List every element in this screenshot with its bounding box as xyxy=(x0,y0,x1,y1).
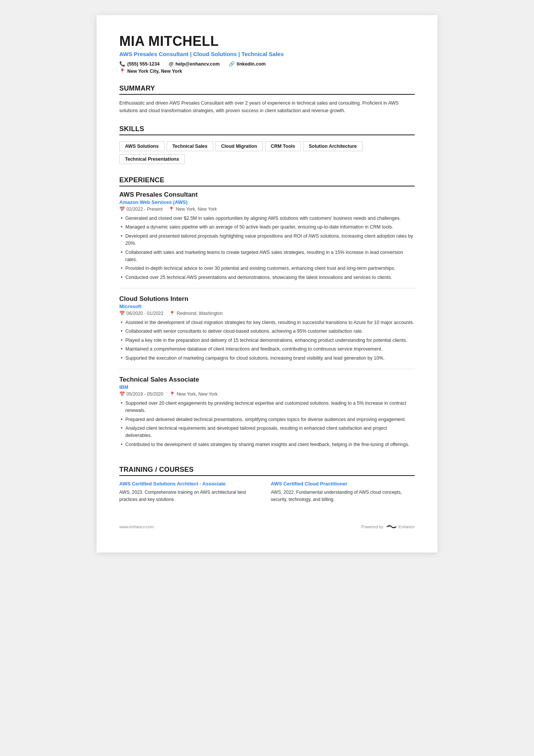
experience-entry: Technical Sales Associate IBM 📅 05/2019 … xyxy=(119,376,415,455)
bullet-item: Collaborated with sales and marketing te… xyxy=(119,249,415,264)
bullet-item: Conducted over 25 technical AWS presenta… xyxy=(119,274,415,281)
exp-company: IBM xyxy=(119,384,415,390)
bullet-item: Collaborated with senior consultants to … xyxy=(119,328,415,335)
calendar-icon: 📅 xyxy=(119,311,125,316)
bullet-item: Maintained a comprehensive database of c… xyxy=(119,346,415,353)
location-icon: 📍 xyxy=(169,207,174,212)
training-item-desc: AWS, 2023. Comprehensive training on AWS… xyxy=(119,489,263,503)
bullet-item: Generated and closed over $2.5M in sales… xyxy=(119,215,415,222)
bullet-item: Supported over 20 client engagements by … xyxy=(119,400,415,415)
skill-tag: Solution Architecture xyxy=(303,141,362,151)
exp-company: Amazon Web Services (AWS) xyxy=(119,199,415,205)
exp-job-title: Technical Sales Associate xyxy=(119,376,415,383)
experience-list: AWS Presales Consultant Amazon Web Servi… xyxy=(119,191,415,455)
skill-tag: AWS Solutions xyxy=(119,141,164,151)
exp-location: 📍 New York, New York xyxy=(169,207,217,212)
location-value: New York City, New York xyxy=(127,69,182,74)
footer-website: www.enhancv.com xyxy=(119,524,154,529)
training-item: AWS Certified Solutions Architect - Asso… xyxy=(119,481,263,503)
bullet-item: Assisted in the development of cloud mig… xyxy=(119,319,415,326)
exp-meta: 📅 02/2022 - Present 📍 New York, New York xyxy=(119,207,415,212)
experience-entry: AWS Presales Consultant Amazon Web Servi… xyxy=(119,191,415,288)
training-item-title: AWS Certified Solutions Architect - Asso… xyxy=(119,481,263,487)
experience-entry: Cloud Solutions Intern Microsoft 📅 06/20… xyxy=(119,295,415,369)
resume-page: MIA MITCHELL AWS Presales Consultant | C… xyxy=(97,15,437,553)
bullet-item: Analyzed client technical requirements a… xyxy=(119,425,415,440)
exp-date: 📅 05/2019 - 05/2020 xyxy=(119,391,163,397)
skills-list: AWS SolutionsTechnical SalesCloud Migrat… xyxy=(119,140,415,166)
location-pin-icon: 📍 xyxy=(119,68,125,74)
phone-icon: 📞 xyxy=(119,61,125,67)
skill-tag: Cloud Migration xyxy=(215,141,263,151)
skill-tag: Technical Presentations xyxy=(119,154,185,164)
brand-name: Enhancv xyxy=(398,524,415,529)
training-item: AWS Certified Cloud Practitioner AWS, 20… xyxy=(271,481,415,503)
enhancv-icon xyxy=(386,524,397,530)
experience-title: EXPERIENCE xyxy=(119,176,415,186)
calendar-icon: 📅 xyxy=(119,207,125,212)
skill-tag: Technical Sales xyxy=(167,141,213,151)
exp-meta: 📅 06/2020 - 01/2022 📍 Redmond, Washingto… xyxy=(119,311,415,316)
training-item-desc: AWS, 2022. Fundamental understanding of … xyxy=(271,489,415,503)
experience-section: EXPERIENCE AWS Presales Consultant Amazo… xyxy=(119,176,415,455)
exp-job-title: AWS Presales Consultant xyxy=(119,191,415,199)
linkedin-value: linkedin.com xyxy=(237,61,265,67)
bullet-item: Played a key role in the preparation and… xyxy=(119,337,415,344)
bullet-item: Contributed to the development of sales … xyxy=(119,441,415,448)
exp-bullets: Generated and closed over $2.5M in sales… xyxy=(119,215,415,281)
bullet-item: Supported the execution of marketing cam… xyxy=(119,355,415,362)
training-item-title: AWS Certified Cloud Practitioner xyxy=(271,481,415,487)
exp-location: 📍 New York, New York xyxy=(169,391,217,397)
exp-meta: 📅 05/2019 - 05/2020 📍 New York, New York xyxy=(119,391,415,397)
training-grid: AWS Certified Solutions Architect - Asso… xyxy=(119,481,415,503)
email-icon: @ xyxy=(169,61,173,67)
skill-tag: CRM Tools xyxy=(265,141,301,151)
exp-date: 📅 06/2020 - 01/2022 xyxy=(119,311,163,316)
bullet-item: Managed a dynamic sales pipeline with an… xyxy=(119,224,415,231)
training-title: TRAINING / COURSES xyxy=(119,466,415,476)
exp-location: 📍 Redmond, Washington xyxy=(169,311,223,316)
candidate-title: AWS Presales Consultant | Cloud Solution… xyxy=(119,51,415,57)
email-value: help@enhancv.com xyxy=(175,61,220,67)
bullet-item: Developed and presented tailored proposa… xyxy=(119,233,415,247)
contact-row: 📞 (555) 555-1234 @ help@enhancv.com 🔗 li… xyxy=(119,61,415,67)
footer-brand: Powered by Enhancv xyxy=(361,524,415,530)
bullet-item: Provided in-depth technical advice to ov… xyxy=(119,265,415,272)
link-icon: 🔗 xyxy=(229,61,235,67)
linkedin-contact: 🔗 linkedin.com xyxy=(229,61,265,67)
exp-job-title: Cloud Solutions Intern xyxy=(119,295,415,303)
phone-value: (555) 555-1234 xyxy=(127,61,159,67)
location-icon: 📍 xyxy=(169,311,175,316)
calendar-icon: 📅 xyxy=(119,391,125,397)
candidate-name: MIA MITCHELL xyxy=(119,33,415,49)
exp-bullets: Assisted in the development of cloud mig… xyxy=(119,319,415,362)
phone-contact: 📞 (555) 555-1234 xyxy=(119,61,159,67)
bullet-item: Prepared and delivered detailed technica… xyxy=(119,416,415,423)
footer: www.enhancv.com Powered by Enhancv xyxy=(119,518,415,530)
exp-bullets: Supported over 20 client engagements by … xyxy=(119,400,415,448)
summary-section: SUMMARY Enthusiastic and driven AWS Pres… xyxy=(119,85,415,114)
enhancv-logo: Enhancv xyxy=(386,524,415,530)
skills-title: SKILLS xyxy=(119,125,415,135)
powered-by-text: Powered by xyxy=(361,524,383,529)
exp-company: Microsoft xyxy=(119,304,415,309)
exp-date: 📅 02/2022 - Present xyxy=(119,207,162,212)
location-icon: 📍 xyxy=(169,391,175,397)
training-section: TRAINING / COURSES AWS Certified Solutio… xyxy=(119,466,415,503)
summary-text: Enthusiastic and driven AWS Presales Con… xyxy=(119,99,415,114)
skills-section: SKILLS AWS SolutionsTechnical SalesCloud… xyxy=(119,125,415,166)
email-contact: @ help@enhancv.com xyxy=(169,61,220,67)
summary-title: SUMMARY xyxy=(119,85,415,95)
location-row: 📍 New York City, New York xyxy=(119,68,415,74)
header: MIA MITCHELL AWS Presales Consultant | C… xyxy=(119,33,415,74)
